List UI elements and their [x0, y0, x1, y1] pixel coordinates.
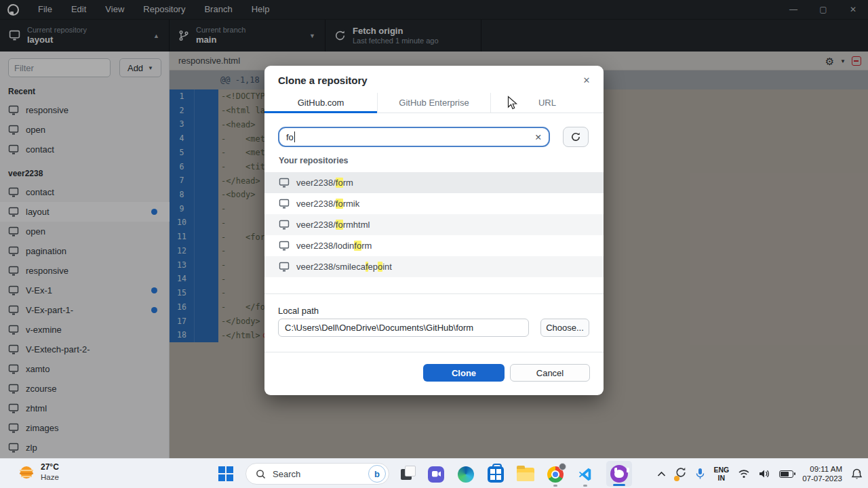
clear-search-icon[interactable]: ✕ — [535, 132, 542, 142]
chat-icon — [428, 466, 444, 483]
svg-text:z: z — [859, 470, 861, 474]
clone-button[interactable]: Clone — [423, 364, 505, 382]
vscode-button[interactable] — [576, 462, 594, 487]
search-value: fo — [286, 132, 294, 142]
choose-path-button[interactable]: Choose... — [540, 319, 589, 337]
repository-result-row[interactable]: veer2238/formhtml — [264, 214, 604, 235]
repo-icon — [279, 178, 290, 188]
microphone-icon[interactable] — [696, 468, 705, 480]
chrome-profile-badge — [559, 463, 566, 470]
sync-alert-dot — [674, 476, 679, 481]
battery-icon[interactable] — [779, 470, 793, 478]
repo-icon — [279, 241, 290, 251]
refresh-repositories-button[interactable] — [563, 127, 589, 147]
tray-chevron-up-icon[interactable] — [657, 471, 666, 477]
taskbar-search[interactable]: Search b — [245, 463, 389, 485]
repo-full-name: veer2238/formik — [296, 199, 359, 209]
teams-chat-button[interactable] — [427, 462, 445, 487]
clone-repository-dialog: Clone a repository ✕ GitHub.comGitHub En… — [264, 66, 604, 395]
local-path-label: Local path — [278, 306, 319, 316]
language-indicator[interactable]: ENG IN — [713, 466, 729, 482]
folder-icon — [517, 468, 534, 481]
store-icon — [488, 466, 504, 483]
task-view-icon — [401, 469, 412, 480]
edge-icon — [458, 466, 474, 483]
divider — [264, 352, 604, 352]
bing-icon[interactable]: b — [368, 465, 386, 483]
match-highlight: fo — [336, 178, 343, 188]
weather-widget[interactable]: 27°C Haze — [18, 462, 59, 482]
dialog-tab[interactable]: GitHub Enterprise — [377, 93, 490, 113]
repo-icon — [279, 199, 290, 209]
wifi-icon[interactable] — [738, 469, 750, 479]
file-explorer-button[interactable] — [517, 462, 534, 487]
speaker-icon[interactable] — [759, 469, 770, 479]
weather-condition: Haze — [41, 472, 59, 482]
text-caret — [294, 131, 295, 142]
repo-full-name: veer2238/form — [296, 178, 353, 188]
repo-icon — [279, 262, 290, 272]
screen: FileEditViewRepositoryBranchHelp — ▢ ✕ C… — [0, 0, 868, 488]
match-highlight: fo — [336, 220, 343, 230]
match-highlight: fo — [336, 199, 343, 209]
haze-weather-icon — [18, 464, 35, 481]
refresh-icon — [570, 131, 581, 142]
match-highlight: fo — [354, 241, 361, 251]
github-desktop-button[interactable] — [606, 461, 632, 487]
date: 07-07-2023 — [802, 474, 842, 483]
repository-result-row[interactable]: veer2238/form — [264, 172, 604, 193]
repo-icon — [279, 220, 290, 230]
search-icon — [256, 469, 266, 479]
github-desktop-icon — [610, 465, 628, 483]
repository-search-input[interactable]: fo ✕ — [278, 127, 550, 147]
task-view-button[interactable] — [397, 462, 415, 487]
repo-full-name: veer2238/formhtml — [296, 220, 370, 230]
close-icon[interactable]: ✕ — [578, 71, 595, 89]
chrome-button[interactable] — [547, 462, 564, 487]
repository-result-row[interactable]: veer2238/lodinform — [264, 235, 604, 256]
dialog-title: Clone a repository — [278, 75, 368, 86]
divider — [264, 293, 604, 294]
repo-full-name: veer2238/smilecafepoint — [296, 262, 392, 272]
time: 09:11 AM — [802, 464, 842, 474]
taskbar-clock[interactable]: 09:11 AM 07-07-2023 — [802, 464, 842, 483]
repositories-header: Your repositories — [279, 156, 349, 165]
temperature: 27°C — [41, 462, 59, 472]
start-button[interactable] — [218, 466, 233, 481]
search-label: Search — [273, 469, 300, 479]
edge-button[interactable] — [457, 462, 475, 487]
repository-result-row[interactable]: veer2238/smilecafepoint — [264, 256, 604, 277]
vscode-icon — [578, 467, 593, 482]
notification-bell-icon[interactable]: z — [851, 468, 863, 480]
onedrive-sync-icon[interactable] — [675, 466, 687, 481]
dialog-tab[interactable]: GitHub.com — [264, 93, 377, 113]
windows-taskbar: 27°C Haze Search b — [0, 458, 868, 488]
cancel-button[interactable]: Cancel — [510, 364, 590, 382]
microsoft-store-button[interactable] — [487, 462, 505, 487]
mouse-cursor — [507, 96, 519, 111]
repo-full-name: veer2238/lodinform — [296, 241, 372, 251]
repository-result-row[interactable]: veer2238/formik — [264, 193, 604, 214]
local-path-input[interactable] — [278, 319, 529, 337]
